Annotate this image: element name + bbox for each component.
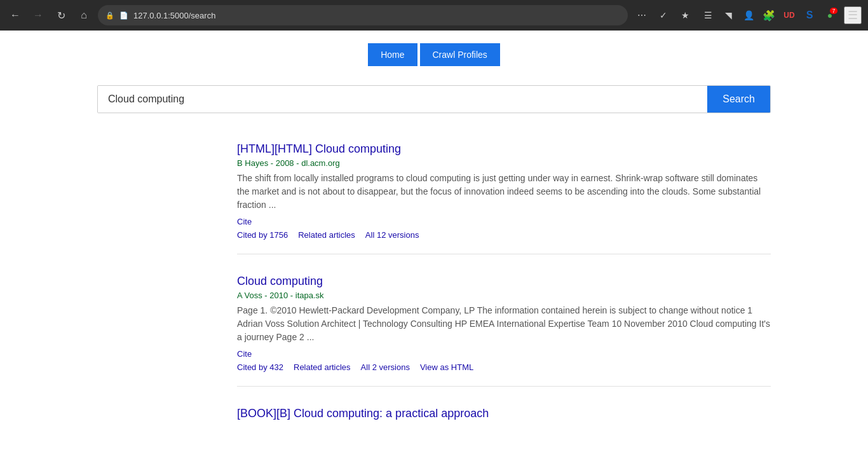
page-icon: 📄 xyxy=(119,11,128,20)
related-articles-link[interactable]: Related articles xyxy=(298,230,355,240)
ext1-icon[interactable]: 🧩 xyxy=(760,6,778,24)
search-bar: Search xyxy=(97,85,771,113)
extensions-area: ☰ ◥ 👤 🧩 UD S ● 7 xyxy=(699,6,839,24)
results-container: [HTML][HTML] Cloud computing B Hayes - 2… xyxy=(97,132,771,433)
view-as-html-link[interactable]: View as HTML xyxy=(420,362,473,372)
result-cite-link[interactable]: Cite xyxy=(237,349,252,359)
crawl-profiles-nav-link[interactable]: Crawl Profiles xyxy=(420,43,500,66)
cited-by-link[interactable]: Cited by 1756 xyxy=(237,230,288,240)
related-articles-link[interactable]: Related articles xyxy=(294,362,351,372)
reload-button[interactable]: ↻ xyxy=(52,6,70,24)
bookmark-icon[interactable]: ★ xyxy=(676,6,694,24)
security-icon: 🔒 xyxy=(105,11,114,20)
library-icon[interactable]: ☰ xyxy=(699,6,717,24)
ext2-ud-icon[interactable]: UD xyxy=(780,6,798,24)
hamburger-menu[interactable]: ☰ xyxy=(844,6,862,24)
tab-icon[interactable]: ◥ xyxy=(719,6,737,24)
nav-bar: Home Crawl Profiles xyxy=(13,43,855,66)
result-cite-link[interactable]: Cite xyxy=(237,217,252,226)
forward-button[interactable]: → xyxy=(29,6,47,24)
result-item: [HTML][HTML] Cloud computing B Hayes - 2… xyxy=(237,132,771,254)
result-snippet: Page 1. ©2010 Hewlett-Packard Developmen… xyxy=(237,304,771,344)
cited-by-link[interactable]: Cited by 432 xyxy=(237,362,283,372)
profile-icon[interactable]: 👤 xyxy=(740,6,757,24)
home-nav-link[interactable]: Home xyxy=(368,43,417,66)
ext3-s-icon[interactable]: S xyxy=(801,6,818,24)
address-text: 127.0.0.1:5000/search xyxy=(133,11,620,20)
result-item: Cloud computing A Voss - 2010 - itapa.sk… xyxy=(237,265,771,387)
search-input[interactable] xyxy=(98,86,707,113)
result-meta: A Voss - 2010 - itapa.sk xyxy=(237,291,771,300)
versions-link[interactable]: All 2 versions xyxy=(361,362,410,372)
page-content: Home Crawl Profiles Search [HTML][HTML] … xyxy=(0,31,868,468)
result-title[interactable]: [BOOK][B] Cloud computing: a practical a… xyxy=(237,407,771,420)
browser-chrome: ← → ↻ ⌂ 🔒 📄 127.0.0.1:5000/search ⋯ ✓ ★ … xyxy=(0,0,868,31)
ext4-icon[interactable]: ● 7 xyxy=(821,6,839,24)
result-title[interactable]: Cloud computing xyxy=(237,275,771,288)
result-actions: Cite xyxy=(237,349,771,359)
more-options-button[interactable]: ⋯ xyxy=(633,6,651,24)
result-actions: Cite xyxy=(237,217,771,226)
result-cited-by: Cited by 1756 Related articles All 12 ve… xyxy=(237,230,771,240)
search-button[interactable]: Search xyxy=(707,86,770,113)
pocket-icon[interactable]: ✓ xyxy=(654,6,672,24)
home-button[interactable]: ⌂ xyxy=(75,6,93,24)
result-title[interactable]: [HTML][HTML] Cloud computing xyxy=(237,142,771,156)
result-snippet: The shift from locally installed program… xyxy=(237,172,771,212)
back-button[interactable]: ← xyxy=(6,6,24,24)
ext4-badge: 7 xyxy=(830,8,837,14)
versions-link[interactable]: All 12 versions xyxy=(365,230,419,240)
result-item: [BOOK][B] Cloud computing: a practical a… xyxy=(237,397,771,433)
result-cited-by: Cited by 432 Related articles All 2 vers… xyxy=(237,362,771,372)
address-bar[interactable]: 🔒 📄 127.0.0.1:5000/search xyxy=(98,5,628,25)
browser-actions: ⋯ ✓ ★ xyxy=(633,6,694,24)
result-meta: B Hayes - 2008 - dl.acm.org xyxy=(237,158,771,168)
